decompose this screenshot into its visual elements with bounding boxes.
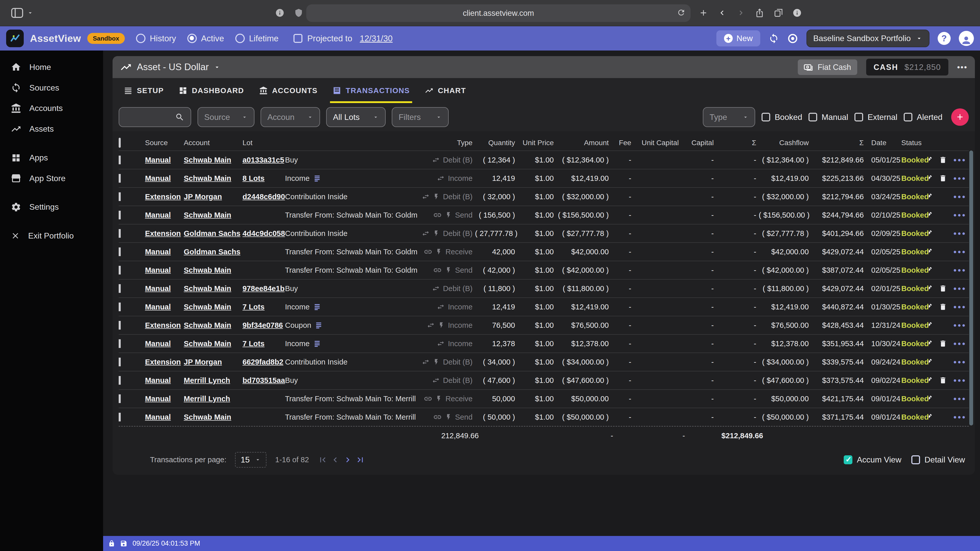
source-filter[interactable]: Source bbox=[197, 107, 255, 127]
source-link[interactable]: Manual bbox=[145, 394, 171, 403]
account-link[interactable]: Schwab Main bbox=[184, 339, 231, 348]
first-page-button[interactable] bbox=[318, 455, 328, 465]
more-button[interactable]: ●●● bbox=[953, 340, 966, 347]
account-link[interactable]: Schwab Main bbox=[184, 413, 231, 421]
mode-lifetime[interactable]: Lifetime bbox=[235, 34, 279, 43]
privacy-shield-icon[interactable] bbox=[294, 8, 303, 17]
chevron-down-icon[interactable] bbox=[27, 10, 34, 16]
new-button[interactable]: +New bbox=[716, 30, 760, 47]
table-scrollbar[interactable] bbox=[969, 151, 973, 426]
row-checkbox[interactable] bbox=[119, 266, 121, 275]
tab-chart[interactable]: CHART bbox=[417, 78, 473, 103]
row-checkbox[interactable] bbox=[119, 174, 121, 183]
lots-list-icon[interactable] bbox=[313, 340, 321, 347]
more-button[interactable]: ●●● bbox=[953, 267, 966, 273]
new-tab-icon[interactable] bbox=[699, 8, 708, 17]
help-button[interactable]: ? bbox=[938, 32, 951, 45]
filter-external[interactable]: External bbox=[854, 113, 897, 122]
filters-dropdown[interactable]: Filters bbox=[392, 107, 449, 127]
lot-link[interactable]: 8 Lots bbox=[242, 174, 265, 183]
add-transaction-button[interactable]: + bbox=[951, 108, 969, 126]
forward-icon[interactable] bbox=[736, 8, 746, 17]
booked-checkbox[interactable] bbox=[762, 113, 770, 121]
account-link[interactable]: Merrill Lynch bbox=[184, 394, 230, 403]
edit-button[interactable] bbox=[929, 248, 932, 256]
alerted-checkbox[interactable] bbox=[904, 113, 912, 121]
row-checkbox[interactable] bbox=[119, 321, 121, 330]
account-filter[interactable]: Accoun bbox=[261, 107, 320, 127]
reload-icon[interactable] bbox=[677, 8, 686, 17]
source-link[interactable]: Extension bbox=[145, 321, 181, 329]
detail-view-toggle[interactable]: Detail View bbox=[912, 455, 965, 465]
filter-alerted[interactable]: Alerted bbox=[904, 113, 942, 122]
more-button[interactable]: ●●● bbox=[953, 193, 966, 200]
lots-list-icon[interactable] bbox=[315, 321, 322, 329]
edit-button[interactable] bbox=[929, 303, 932, 311]
accum-view-checkbox[interactable] bbox=[844, 455, 853, 464]
sync-icon[interactable] bbox=[768, 33, 779, 44]
more-button[interactable]: ●●● bbox=[953, 359, 966, 365]
lots-filter[interactable]: All Lots bbox=[326, 107, 386, 127]
account-link[interactable]: Goldman Sachs bbox=[184, 248, 240, 256]
row-checkbox[interactable] bbox=[119, 376, 121, 385]
sidebar-item-app-store[interactable]: App Store bbox=[0, 168, 103, 189]
next-page-button[interactable] bbox=[343, 455, 353, 465]
sidebar-item-assets[interactable]: Assets bbox=[0, 119, 103, 139]
account-link[interactable]: Schwab Main bbox=[184, 284, 231, 292]
more-button[interactable]: ●●● bbox=[953, 322, 966, 329]
more-button[interactable]: ●●● bbox=[953, 395, 966, 402]
delete-button[interactable] bbox=[939, 156, 947, 164]
account-link[interactable]: Schwab Main bbox=[184, 303, 231, 311]
source-link[interactable]: Extension bbox=[145, 192, 181, 201]
row-checkbox[interactable] bbox=[119, 192, 121, 201]
more-button[interactable]: ●●● bbox=[953, 212, 966, 218]
row-checkbox[interactable] bbox=[119, 211, 121, 219]
lot-link[interactable]: a0133a31c5 bbox=[242, 156, 284, 164]
projected-date-link[interactable]: 12/31/30 bbox=[360, 34, 393, 43]
toolbar-more-button[interactable]: ••• bbox=[957, 62, 967, 72]
sidebar-item-sources[interactable]: Sources bbox=[0, 78, 103, 98]
lot-link[interactable]: 7 Lots bbox=[242, 303, 265, 311]
edit-button[interactable] bbox=[929, 395, 932, 403]
lot-link[interactable]: d2448c6d90 bbox=[242, 192, 285, 201]
delete-button[interactable] bbox=[939, 340, 947, 348]
page-info-icon[interactable] bbox=[792, 8, 802, 17]
edit-button[interactable] bbox=[929, 358, 932, 366]
account-link[interactable]: Schwab Main bbox=[184, 174, 231, 183]
accum-view-toggle[interactable]: Accum View bbox=[844, 455, 901, 465]
avatar[interactable] bbox=[959, 31, 974, 46]
source-link[interactable]: Manual bbox=[145, 248, 171, 256]
tab-setup[interactable]: SETUP bbox=[116, 78, 171, 103]
account-link[interactable]: Merrill Lynch bbox=[184, 376, 230, 384]
lot-link[interactable]: 978ee84e1b bbox=[242, 284, 285, 292]
row-checkbox[interactable] bbox=[119, 229, 121, 238]
last-page-button[interactable] bbox=[355, 455, 365, 465]
edit-button[interactable] bbox=[929, 284, 932, 292]
delete-button[interactable] bbox=[939, 284, 947, 292]
projected-checkbox[interactable] bbox=[293, 34, 302, 43]
more-button[interactable]: ●●● bbox=[953, 377, 966, 384]
more-button[interactable]: ●●● bbox=[953, 157, 966, 163]
lot-link[interactable]: 7 Lots bbox=[242, 339, 265, 348]
edit-button[interactable] bbox=[929, 321, 932, 329]
account-link[interactable]: Schwab Main bbox=[184, 321, 231, 329]
active-radio-icon[interactable] bbox=[187, 34, 197, 43]
asset-title-dropdown[interactable]: Asset - US Dollar bbox=[120, 61, 221, 73]
source-link[interactable]: Manual bbox=[145, 156, 171, 164]
per-page-select[interactable]: 15 bbox=[235, 452, 266, 468]
visibility-icon[interactable] bbox=[787, 33, 798, 44]
source-link[interactable]: Manual bbox=[145, 266, 171, 274]
reader-info-icon[interactable] bbox=[275, 8, 285, 17]
search-input[interactable] bbox=[119, 107, 191, 127]
lots-list-icon[interactable] bbox=[313, 175, 321, 182]
tabs-overview-icon[interactable] bbox=[774, 8, 783, 17]
back-icon[interactable] bbox=[718, 8, 727, 17]
edit-button[interactable] bbox=[929, 174, 932, 183]
row-checkbox[interactable] bbox=[119, 303, 121, 311]
fiat-cash-button[interactable]: Fiat Cash bbox=[798, 59, 858, 75]
select-all-checkbox[interactable] bbox=[119, 138, 121, 148]
row-checkbox[interactable] bbox=[119, 339, 121, 348]
delete-button[interactable] bbox=[939, 303, 947, 311]
type-filter[interactable]: Type bbox=[703, 107, 756, 127]
source-link[interactable]: Manual bbox=[145, 339, 171, 348]
